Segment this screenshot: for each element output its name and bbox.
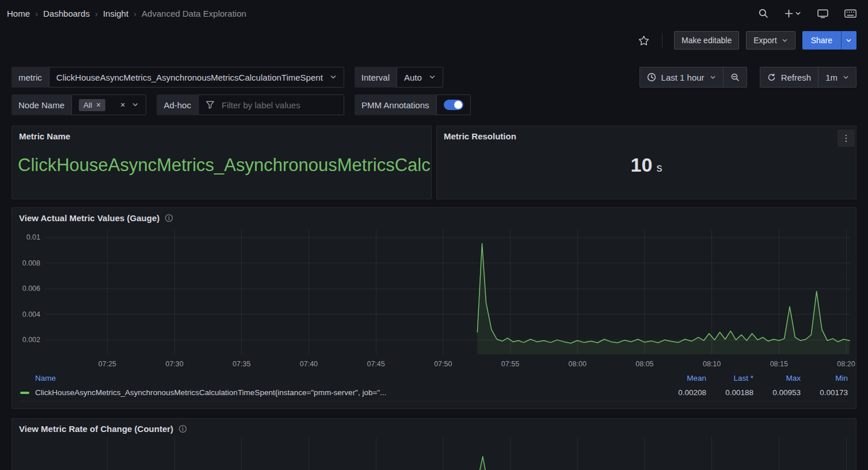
- adhoc-label: Ad-hoc: [157, 94, 198, 115]
- metric-variable-label: metric: [12, 67, 49, 88]
- new-menu-button[interactable]: [783, 8, 802, 19]
- time-range-picker[interactable]: Last 1 hour: [640, 67, 723, 87]
- svg-text:07:55: 07:55: [501, 360, 519, 368]
- refresh-icon: [767, 73, 776, 82]
- export-button[interactable]: Export: [746, 31, 795, 50]
- metric-resolution-unit: s: [656, 161, 662, 175]
- chevron-down-icon: [429, 74, 436, 81]
- chevron-down-icon: [795, 10, 801, 17]
- legend-column-min[interactable]: Min: [801, 374, 848, 382]
- metric-resolution-panel-title[interactable]: Metric Resolution: [444, 131, 516, 141]
- dashboard-page: metric ClickHouseAsyncMetrics_Asynchrono…: [0, 54, 868, 470]
- svg-text:07:35: 07:35: [233, 360, 250, 368]
- metric-variable-select[interactable]: ClickHouseAsyncMetrics_AsynchronousMetri…: [49, 67, 344, 88]
- favorite-star-icon[interactable]: [637, 34, 650, 47]
- chevron-down-icon: [782, 37, 788, 44]
- toolbar-divider: [662, 33, 663, 48]
- plus-icon: [785, 9, 793, 18]
- node-name-control: Node Name All × ×: [12, 94, 146, 115]
- monitor-icon[interactable]: [816, 7, 829, 20]
- svg-text:07:25: 07:25: [98, 360, 116, 368]
- legend-last-value: 0.00188: [706, 388, 753, 397]
- metric-resolution-number: 10: [631, 154, 653, 176]
- refresh-label: Refresh: [781, 73, 812, 82]
- refresh-group: Refresh 1m: [760, 67, 856, 88]
- refresh-interval-select[interactable]: 1m: [818, 67, 856, 87]
- time-controls: Last 1 hour Refresh 1m: [639, 67, 856, 88]
- svg-text:07:40: 07:40: [300, 360, 318, 368]
- search-icon[interactable]: [757, 7, 770, 20]
- adhoc-filter-input[interactable]: [222, 100, 337, 110]
- metric-name-panel-title[interactable]: Metric Name: [19, 131, 70, 141]
- node-name-select[interactable]: All × ×: [71, 94, 146, 115]
- interval-label: Interval: [355, 67, 397, 88]
- share-button[interactable]: Share: [802, 31, 841, 50]
- zoom-out-icon[interactable]: [723, 67, 747, 87]
- breadcrumb-insight[interactable]: Insight: [103, 9, 128, 18]
- metric-variable-control: metric ClickHouseAsyncMetrics_Asynchrono…: [12, 67, 344, 88]
- legend-column-last[interactable]: Last *: [706, 374, 753, 382]
- node-name-tag-value: All: [83, 101, 92, 109]
- svg-text:07:45: 07:45: [367, 360, 384, 368]
- svg-text:08:15: 08:15: [770, 360, 788, 368]
- stat-panels-row: Metric Name ClickHouseAsyncMetrics_Async…: [12, 126, 856, 199]
- share-button-group: Share: [802, 31, 856, 50]
- refresh-button[interactable]: Refresh: [760, 67, 818, 87]
- interval-select[interactable]: Auto: [397, 67, 443, 88]
- filter-row-1: metric ClickHouseAsyncMetrics_Asynchrono…: [12, 67, 856, 88]
- svg-text:08:05: 08:05: [635, 360, 653, 368]
- share-dropdown-button[interactable]: [841, 31, 856, 50]
- svg-text:07:30: 07:30: [165, 360, 183, 368]
- svg-text:0.01: 0.01: [26, 233, 40, 241]
- svg-text:08:00: 08:00: [569, 360, 587, 368]
- node-name-selected-tag[interactable]: All ×: [79, 99, 105, 111]
- make-editable-button[interactable]: Make editable: [674, 31, 739, 50]
- info-icon[interactable]: [178, 424, 187, 433]
- keyboard-icon[interactable]: [843, 8, 858, 19]
- counter-panel-title[interactable]: View Metric Rate of Change (Counter): [19, 424, 173, 434]
- svg-text:0.008: 0.008: [22, 259, 40, 267]
- svg-text:0.006: 0.006: [22, 285, 40, 293]
- breadcrumb-home[interactable]: Home: [7, 9, 30, 18]
- breadcrumb: Home › Dashboards › Insight › Advanced D…: [7, 9, 246, 18]
- legend-column-mean[interactable]: Mean: [659, 374, 706, 382]
- legend-row: ClickHouseAsyncMetrics_AsynchronousMetri…: [20, 384, 848, 401]
- time-range-value: Last 1 hour: [661, 73, 705, 82]
- pmm-annotations-toggle[interactable]: [444, 100, 463, 110]
- export-label: Export: [753, 36, 776, 45]
- nav-bar: Home › Dashboards › Insight › Advanced D…: [0, 0, 868, 26]
- remove-tag-icon[interactable]: ×: [96, 101, 101, 109]
- time-range-group: Last 1 hour: [639, 67, 747, 88]
- node-name-label: Node Name: [12, 94, 71, 115]
- nav-actions: [757, 7, 858, 20]
- legend-mean-value: 0.00208: [659, 388, 706, 397]
- pmm-annotations-box: [436, 94, 471, 115]
- gauge-chart[interactable]: 0.0020.0040.0060.0080.0107:2507:3007:350…: [12, 226, 856, 372]
- gauge-panel-title[interactable]: View Actual Metric Values (Gauge): [19, 213, 159, 223]
- chevron-down-icon: [846, 37, 852, 44]
- svg-text:08:10: 08:10: [703, 360, 721, 368]
- counter-chart[interactable]: [12, 437, 856, 470]
- filter-row-2: Node Name All × × Ad-hoc: [12, 94, 856, 115]
- legend-header: Name Mean Last * Max Min: [20, 372, 848, 384]
- adhoc-filter-control: Ad-hoc: [157, 94, 344, 115]
- chevron-down-icon: [843, 74, 849, 81]
- breadcrumb-dashboards[interactable]: Dashboards: [43, 9, 90, 18]
- clear-selection-icon[interactable]: ×: [120, 101, 125, 109]
- adhoc-filter-box[interactable]: [198, 94, 344, 115]
- panel-menu-kebab-icon[interactable]: ⋮: [837, 130, 855, 147]
- filter-funnel-icon: [205, 100, 215, 109]
- legend-column-name[interactable]: Name: [20, 374, 659, 382]
- chevron-down-icon: [330, 74, 337, 81]
- legend-column-max[interactable]: Max: [753, 374, 801, 382]
- metric-name-value: ClickHouseAsyncMetrics_AsynchronousMetri…: [12, 145, 431, 176]
- chevron-down-icon: [132, 101, 139, 108]
- series-color-swatch: [20, 392, 29, 394]
- chevron-down-icon: [710, 74, 716, 81]
- legend-series-name[interactable]: ClickHouseAsyncMetrics_AsynchronousMetri…: [20, 388, 659, 397]
- info-icon[interactable]: [165, 214, 173, 222]
- pmm-annotations-control: PMM Annotations: [355, 94, 471, 115]
- legend-max-value: 0.00953: [753, 388, 801, 397]
- gauge-legend: Name Mean Last * Max Min ClickHouseAsync…: [12, 372, 856, 405]
- metric-resolution-value: 10 s: [437, 154, 856, 176]
